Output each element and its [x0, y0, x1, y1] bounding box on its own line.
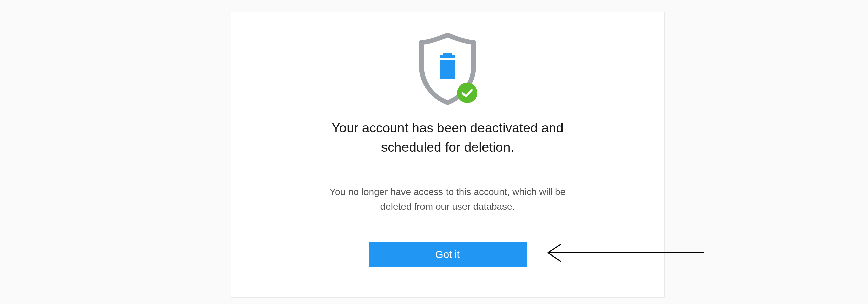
svg-rect-2	[440, 60, 455, 79]
dialog-subtitle: You no longer have access to this accoun…	[315, 185, 580, 214]
trash-icon	[440, 53, 455, 79]
svg-point-3	[457, 83, 477, 103]
svg-rect-1	[443, 53, 452, 55]
got-it-button[interactable]: Got it	[369, 242, 527, 267]
annotation-arrow	[534, 238, 711, 268]
dialog-title: Your account has been deactivated and sc…	[309, 118, 587, 157]
check-circle-icon	[457, 82, 478, 103]
shield-trash-icon	[415, 32, 480, 106]
